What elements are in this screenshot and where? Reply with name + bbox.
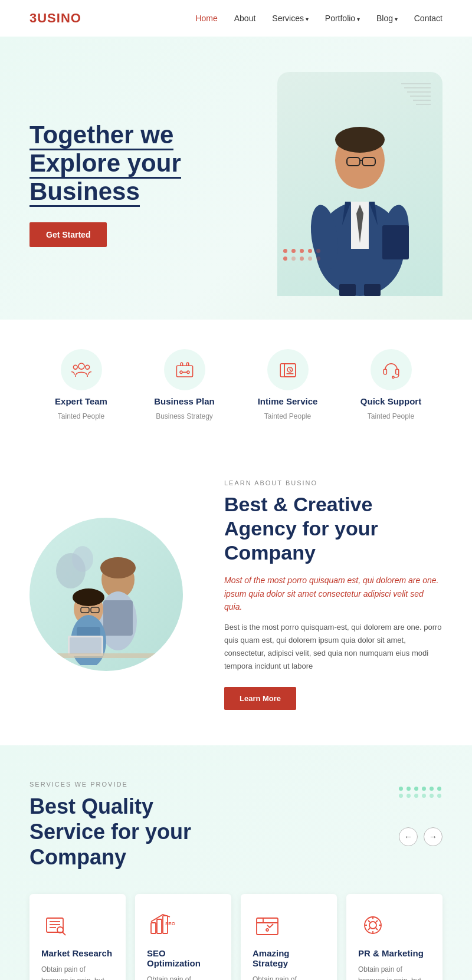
about-highlight: Most of the most porro quisquam est, qui… bbox=[224, 574, 442, 613]
services-wrapper: SERVICES WE PROVIDE Best Quality Service… bbox=[30, 781, 442, 980]
about-heading: Best & Creative Agency for your Company bbox=[224, 492, 442, 564]
svg-point-43 bbox=[73, 588, 104, 606]
hero-image bbox=[236, 72, 442, 296]
nav-links: Home About Services Portfolio Blog Conta… bbox=[195, 14, 442, 23]
services-cards: Market Research Obtain pain of because i… bbox=[30, 894, 442, 981]
about-label: LEARN ABOUT BUSINO bbox=[224, 479, 442, 486]
quick-support-title: Quick Support bbox=[360, 396, 421, 406]
svg-point-23 bbox=[73, 365, 77, 369]
services-nav: ← → bbox=[399, 827, 442, 846]
nav-portfolio[interactable]: Portfolio bbox=[325, 14, 360, 23]
services-prev-button[interactable]: ← bbox=[399, 827, 418, 846]
nav-blog[interactable]: Blog bbox=[376, 14, 398, 23]
svg-rect-24 bbox=[176, 366, 192, 377]
svg-rect-50 bbox=[53, 653, 159, 658]
intime-service-title: Intime Service bbox=[258, 396, 318, 406]
nav-home[interactable]: Home bbox=[195, 14, 217, 23]
feature-quick-support: Quick Support Tainted People bbox=[347, 349, 435, 420]
hero-content: Together we Explore your Business Get St… bbox=[30, 121, 236, 248]
about-section: LEARN ABOUT BUSINO Best & Creative Agenc… bbox=[0, 444, 472, 745]
marketing-title: PR & Marketing bbox=[358, 948, 431, 958]
feature-intime-service: Intime Service Tainted People bbox=[244, 349, 332, 420]
services-header: SERVICES WE PROVIDE Best Quality Service… bbox=[30, 781, 442, 870]
svg-rect-34 bbox=[395, 369, 398, 374]
services-header-right: ← → bbox=[399, 781, 442, 846]
svg-rect-57 bbox=[151, 923, 156, 933]
hero-section: Together we Explore your Business Get St… bbox=[0, 37, 472, 320]
svg-point-37 bbox=[72, 546, 93, 572]
svg-point-63 bbox=[365, 917, 381, 933]
nav-contact[interactable]: Contact bbox=[414, 14, 442, 23]
market-research-text: Obtain pain of because is pain, but beca… bbox=[41, 964, 114, 981]
services-header-left: SERVICES WE PROVIDE Best Quality Service… bbox=[30, 781, 191, 870]
marketing-text: Obtain pain of because is pain, but beca… bbox=[358, 964, 431, 981]
nav-about[interactable]: About bbox=[234, 14, 256, 23]
svg-point-62 bbox=[266, 929, 268, 931]
strategy-text: Obtain pain of because is pain, but beca… bbox=[253, 974, 325, 981]
about-learn-more-button[interactable]: Learn More bbox=[224, 687, 296, 710]
svg-point-26 bbox=[186, 371, 189, 373]
about-content: LEARN ABOUT BUSINO Best & Creative Agenc… bbox=[224, 479, 442, 710]
svg-line-56 bbox=[63, 932, 65, 935]
about-circle bbox=[30, 518, 183, 671]
svg-text:SEO: SEO bbox=[165, 921, 175, 926]
services-label: SERVICES WE PROVIDE bbox=[30, 781, 191, 788]
svg-point-25 bbox=[179, 371, 182, 373]
svg-point-64 bbox=[369, 922, 376, 929]
svg-rect-13 bbox=[339, 284, 356, 296]
about-text: Best is the most porro quisquam-est, qui… bbox=[224, 621, 442, 673]
svg-point-39 bbox=[100, 557, 136, 578]
hero-dots bbox=[283, 249, 321, 261]
expert-team-title: Expert Team bbox=[55, 396, 107, 406]
svg-point-21 bbox=[78, 363, 84, 369]
quick-support-icon bbox=[371, 349, 412, 390]
strategy-title: Amazing Strategy bbox=[253, 948, 325, 968]
hero-cta-button[interactable]: Get Started bbox=[30, 222, 107, 247]
about-people-svg bbox=[35, 524, 177, 665]
services-heading: Best Quality Service for your Company bbox=[30, 794, 191, 870]
expert-team-sub: Tainted People bbox=[58, 412, 104, 420]
seo-icon: SEO bbox=[147, 910, 176, 940]
intime-service-icon bbox=[267, 349, 309, 390]
market-research-title: Market Research bbox=[41, 948, 114, 958]
svg-rect-33 bbox=[384, 369, 386, 374]
service-card-strategy: Amazing Strategy Obtain pain of because … bbox=[241, 894, 337, 981]
nav-services[interactable]: Services bbox=[272, 14, 308, 23]
svg-rect-61 bbox=[257, 918, 278, 935]
seo-text: Obtain pain of because is pain, but beca… bbox=[147, 974, 219, 981]
features-section: Expert Team Tainted People Business Plan… bbox=[0, 320, 472, 444]
services-section: SERVICES WE PROVIDE Best Quality Service… bbox=[0, 745, 472, 980]
feature-expert-team: Expert Team Tainted People bbox=[37, 349, 126, 420]
business-plan-sub: Business Strategy bbox=[156, 412, 213, 420]
services-dots bbox=[399, 787, 442, 798]
service-card-marketing: PR & Marketing Obtain pain of because is… bbox=[346, 894, 442, 981]
svg-rect-41 bbox=[103, 600, 133, 636]
services-next-button[interactable]: → bbox=[424, 827, 442, 846]
svg-rect-14 bbox=[364, 284, 381, 296]
about-image bbox=[30, 518, 195, 671]
marketing-icon bbox=[358, 910, 388, 940]
hero-decoration-lines bbox=[398, 81, 434, 110]
service-card-market-research: Market Research Obtain pain of because i… bbox=[30, 894, 126, 981]
hero-person-svg bbox=[295, 84, 425, 296]
quick-support-sub: Tainted People bbox=[368, 412, 414, 420]
svg-point-4 bbox=[335, 127, 385, 153]
business-plan-icon bbox=[164, 349, 205, 390]
business-plan-title: Business Plan bbox=[154, 396, 215, 406]
hero-illustration bbox=[277, 72, 442, 296]
seo-title: SEO Optimization bbox=[147, 948, 219, 968]
svg-rect-49 bbox=[70, 637, 101, 654]
svg-rect-12 bbox=[382, 225, 409, 259]
expert-team-icon bbox=[61, 349, 102, 390]
strategy-icon bbox=[253, 910, 282, 940]
svg-rect-51 bbox=[47, 918, 63, 932]
hero-heading: Together we Explore your Business bbox=[30, 121, 236, 206]
logo-suffix: O bbox=[71, 11, 81, 25]
navbar: 3USINO Home About Services Portfolio Blo… bbox=[0, 0, 472, 37]
market-research-icon bbox=[41, 910, 71, 940]
feature-business-plan: Business Plan Business Strategy bbox=[140, 349, 229, 420]
logo[interactable]: 3USINO bbox=[30, 11, 81, 26]
svg-point-35 bbox=[392, 376, 394, 378]
service-card-seo: SEO SEO Optimization Obtain pain of beca… bbox=[135, 894, 231, 981]
svg-rect-58 bbox=[157, 919, 162, 933]
